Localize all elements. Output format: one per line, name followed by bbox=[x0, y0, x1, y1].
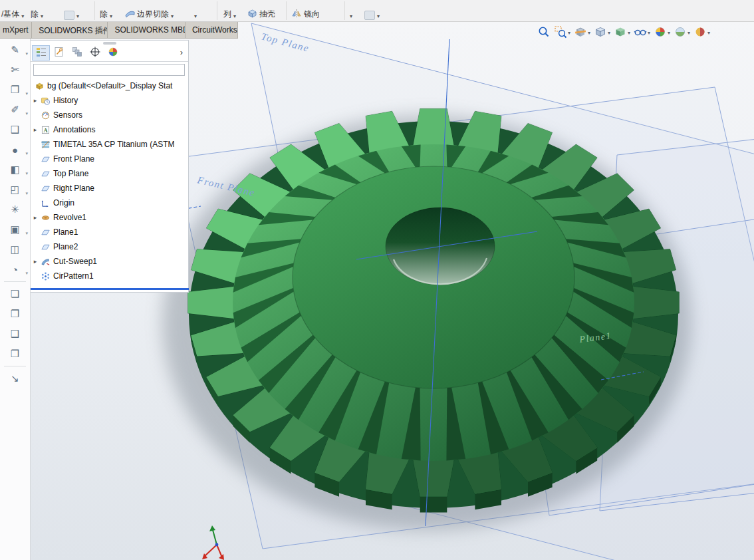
chevron-down-icon[interactable]: ▾ bbox=[233, 13, 236, 20]
expand-arrow-icon[interactable]: ▸ bbox=[31, 97, 40, 104]
stack-tool-1-icon: ❏ bbox=[11, 288, 19, 300]
zoom-area-button[interactable]: ▾ bbox=[553, 25, 572, 41]
panel-handle[interactable] bbox=[103, 42, 116, 45]
tree-item-cirpattern1[interactable]: CirPattern1 bbox=[31, 269, 188, 283]
apply-scene-button[interactable]: ▾ bbox=[672, 25, 691, 41]
configurationmanager-tab[interactable] bbox=[68, 45, 86, 61]
tree-item-timetal-35a-cp-titanium-astm[interactable]: TIMETAL 35A CP Titanium (ASTM bbox=[31, 137, 188, 152]
tab-circuitworks[interactable]: CircuitWorks bbox=[186, 22, 238, 38]
ribbon-item-truncated-4[interactable]: ▾ bbox=[364, 11, 380, 20]
chevron-down-icon[interactable]: ▾ bbox=[110, 13, 112, 20]
box-tool-button[interactable]: ◫ bbox=[0, 239, 30, 259]
featuremanager-filter-input[interactable] bbox=[33, 64, 185, 76]
tree-item-annotations[interactable]: ▸AAnnotations bbox=[31, 122, 188, 137]
tree-item-revolve1[interactable]: ▸Revolve1 bbox=[31, 210, 188, 225]
chevron-down-icon[interactable]: ▾ bbox=[21, 13, 24, 20]
chevron-down-icon[interactable]: ▾ bbox=[568, 30, 570, 36]
chevron-down-icon[interactable]: ▾ bbox=[76, 13, 79, 20]
tree-item-plane2[interactable]: Plane2 bbox=[31, 239, 188, 254]
ribbon-item-truncated-2[interactable]: ▾ bbox=[194, 13, 197, 20]
chevron-down-icon[interactable]: ▾ bbox=[377, 13, 380, 20]
chevron-down-icon[interactable]: ▾ bbox=[25, 91, 28, 96]
zoom-fit-icon bbox=[537, 25, 551, 41]
chevron-down-icon[interactable]: ▾ bbox=[707, 30, 710, 36]
view-settings-icon bbox=[693, 25, 707, 41]
gauge-tool-button[interactable]: ◔▾ bbox=[0, 259, 30, 279]
ribbon-item-mirror[interactable]: 镜向 bbox=[291, 9, 320, 20]
rollback-bar[interactable] bbox=[31, 288, 189, 290]
copy-tool-button[interactable]: ❐▾ bbox=[0, 80, 30, 100]
cube-tool-button[interactable]: ◧▾ bbox=[0, 160, 30, 180]
scissors-tool-button[interactable]: ✄ bbox=[0, 60, 30, 80]
chevron-down-icon[interactable]: ▾ bbox=[25, 191, 28, 196]
tab-solidworks-mbd[interactable]: SOLIDWORKS MBD bbox=[108, 22, 186, 38]
chevron-down-icon[interactable]: ▾ bbox=[648, 30, 650, 36]
pencil-tool-button[interactable]: ✎▾ bbox=[0, 40, 30, 60]
chevron-down-icon[interactable]: ▾ bbox=[25, 231, 28, 236]
chevron-down-icon[interactable]: ▾ bbox=[608, 30, 610, 36]
display-style-button[interactable]: ▾ bbox=[612, 25, 632, 41]
ribbon-item-pattern[interactable]: 列 ▾ bbox=[223, 9, 236, 20]
stack-tool-4-button[interactable]: ❒ bbox=[0, 344, 30, 364]
view-orientation-button[interactable]: ▾ bbox=[592, 25, 612, 41]
displaymanager-tab[interactable] bbox=[104, 45, 122, 61]
section-view-button[interactable]: ▾ bbox=[572, 25, 592, 41]
edit-appearance-button[interactable]: ▾ bbox=[652, 25, 672, 41]
featuremanager-tab[interactable] bbox=[32, 45, 50, 61]
expand-arrow-icon[interactable]: ▸ bbox=[31, 126, 40, 133]
propertymanager-tab[interactable] bbox=[50, 45, 68, 61]
pen-tool-button[interactable]: ✐▾ bbox=[0, 100, 30, 120]
stack-tool-2-icon: ❐ bbox=[11, 308, 19, 320]
screen-tool-button[interactable]: ▣▾ bbox=[0, 219, 30, 239]
chevron-down-icon[interactable]: ▾ bbox=[25, 171, 28, 176]
chevron-down-icon[interactable]: ▾ bbox=[350, 13, 352, 20]
stack-tool-2-button[interactable]: ❐ bbox=[0, 304, 30, 324]
stack-tool-1-button[interactable]: ❏ bbox=[0, 284, 30, 304]
sphere-tool-button[interactable]: ●▾ bbox=[0, 140, 30, 160]
ribbon-item-cut-2[interactable]: 除 ▾ bbox=[100, 9, 112, 20]
chevron-down-icon[interactable]: ▾ bbox=[194, 13, 197, 20]
chevron-down-icon[interactable]: ▾ bbox=[25, 151, 28, 156]
sheet-tool-button[interactable]: ❑ bbox=[0, 120, 30, 140]
tab-solidworks-addins[interactable]: SOLIDWORKS 插件 bbox=[32, 22, 108, 38]
tree-item-cut-sweep1[interactable]: ▸Cut-Sweep1 bbox=[31, 254, 188, 269]
chevron-down-icon[interactable]: ▾ bbox=[171, 13, 174, 20]
tab-mxpert[interactable]: mXpert bbox=[0, 22, 32, 38]
chevron-down-icon[interactable]: ▾ bbox=[628, 30, 630, 36]
hide-show-items-button[interactable]: ▾ bbox=[632, 25, 652, 41]
ribbon-item-shell[interactable]: 抽壳 bbox=[247, 9, 275, 20]
plane-tool-button[interactable]: ◰▾ bbox=[0, 180, 30, 200]
chevron-down-icon[interactable]: ▾ bbox=[25, 111, 28, 116]
chevron-down-icon[interactable]: ▾ bbox=[41, 13, 43, 20]
chevron-down-icon[interactable]: ▾ bbox=[588, 30, 590, 36]
tree-item-origin[interactable]: Origin bbox=[31, 196, 188, 210]
chevron-down-icon[interactable]: ▾ bbox=[25, 51, 28, 57]
zoom-fit-button[interactable] bbox=[536, 25, 552, 41]
ribbon-item-cut-1[interactable]: 除 ▾ bbox=[31, 9, 43, 20]
ribbon-item-truncated-3[interactable]: ▾ bbox=[350, 13, 352, 20]
plane-tool-icon: ◰ bbox=[10, 184, 19, 196]
tree-item-history[interactable]: ▸History bbox=[31, 93, 188, 108]
tree-item-right-plane[interactable]: Right Plane bbox=[31, 181, 188, 196]
view-settings-button[interactable]: ▾ bbox=[692, 25, 711, 41]
panel-expand-arrow[interactable]: › bbox=[180, 47, 187, 59]
orientation-triad[interactable] bbox=[202, 525, 224, 560]
chevron-down-icon[interactable]: ▾ bbox=[668, 30, 670, 36]
tree-item-sensors[interactable]: Sensors bbox=[31, 108, 188, 122]
expand-arrow-icon[interactable]: ▸ bbox=[31, 258, 40, 265]
tree-item-plane1[interactable]: Plane1 bbox=[31, 225, 188, 239]
feature-icon bbox=[64, 11, 74, 20]
ribbon-item-truncated-1[interactable]: ▾ bbox=[64, 11, 79, 20]
stack-tool-3-button[interactable]: ❑ bbox=[0, 324, 30, 344]
expand-arrow-icon[interactable]: ▸ bbox=[31, 214, 40, 221]
ribbon-item-boundary-cut[interactable]: 边界切除 ▾ bbox=[125, 9, 174, 20]
tree-item-part-bg[interactable]: bg (Default<<Default>_Display Stat bbox=[31, 78, 188, 93]
chevron-down-icon[interactable]: ▾ bbox=[688, 30, 690, 36]
dimxpertmanager-tab[interactable] bbox=[86, 45, 104, 61]
ribbon-item-boss-base[interactable]: /基体 ▾ bbox=[1, 9, 24, 20]
arrow-tool-button[interactable]: ↘ bbox=[0, 368, 30, 388]
tree-item-top-plane[interactable]: Top Plane bbox=[31, 166, 188, 181]
chevron-down-icon[interactable]: ▾ bbox=[25, 271, 28, 276]
burst-tool-button[interactable]: ✳ bbox=[0, 200, 30, 219]
tree-item-front-plane[interactable]: Front Plane bbox=[31, 152, 188, 166]
